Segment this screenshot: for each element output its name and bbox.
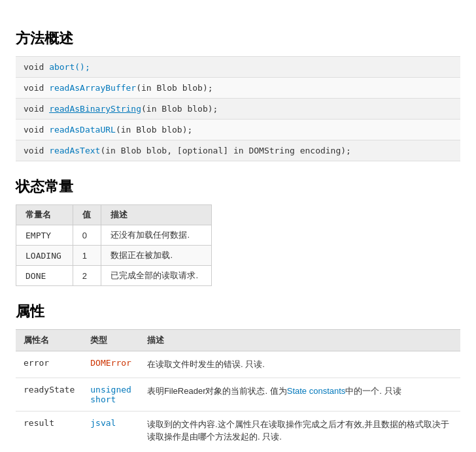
constant-desc-loading: 数据正在被加载. <box>101 246 212 266</box>
prop-type-readyState: unsignedshort <box>82 378 139 411</box>
constants-header-row: 常量名 值 描述 <box>16 205 212 225</box>
properties-title: 属性 <box>16 302 460 321</box>
method-void-1: void abort(); <box>16 57 460 78</box>
constants-col-name: 常量名 <box>16 205 73 225</box>
abort-link[interactable]: abort(); <box>49 62 90 72</box>
readAsText-link[interactable]: readAsText <box>49 146 100 155</box>
constant-name-empty: EMPTY <box>16 225 73 246</box>
prop-desc-error: 在读取文件时发生的错误. 只读. <box>139 351 460 378</box>
readAsBinaryString-link[interactable]: readAsBinaryString <box>49 104 141 114</box>
constant-desc-empty: 还没有加载任何数据. <box>101 225 212 246</box>
table-row: void readAsArrayBuffer(in Blob blob); <box>16 78 460 99</box>
props-header-row: 属性名 类型 描述 <box>16 330 460 351</box>
table-row: void abort(); <box>16 57 460 78</box>
prop-desc-result: 读取到的文件内容.这个属性只在读取操作完成之后才有效,并且数据的格式取决于读取操… <box>139 411 460 450</box>
table-row: error DOMError 在读取文件时发生的错误. 只读. <box>16 351 460 378</box>
method-void-3: void readAsBinaryString(in Blob blob); <box>16 99 460 120</box>
DOMError-link[interactable]: DOMError <box>90 358 131 368</box>
method-void-2: void readAsArrayBuffer(in Blob blob); <box>16 78 460 99</box>
constants-title: 状态常量 <box>16 177 460 197</box>
table-row: void readAsDataURL(in Blob blob); <box>16 120 460 140</box>
methods-title: 方法概述 <box>16 29 460 48</box>
method-void-5: void readAsText(in Blob blob, [optional]… <box>16 140 460 161</box>
prop-desc-readyState: 表明FileReader对象的当前状态. 值为State constants中的… <box>139 378 460 411</box>
constants-table: 常量名 值 描述 EMPTY 0 还没有加载任何数据. LOADING 1 数据… <box>16 204 212 286</box>
table-row: DONE 2 已完成全部的读取请求. <box>16 266 212 286</box>
readAsArrayBuffer-link[interactable]: readAsArrayBuffer <box>49 83 136 93</box>
constant-desc-done: 已完成全部的读取请求. <box>101 266 212 286</box>
constant-value-loading: 1 <box>73 246 101 266</box>
jsval-link[interactable]: jsval <box>90 418 116 428</box>
prop-type-error: DOMError <box>82 351 139 378</box>
table-row: result jsval 读取到的文件内容.这个属性只在读取操作完成之后才有效,… <box>16 411 460 450</box>
table-row: void readAsText(in Blob blob, [optional]… <box>16 140 460 161</box>
table-row: readyState unsignedshort 表明FileReader对象的… <box>16 378 460 411</box>
constants-col-value: 值 <box>73 205 101 225</box>
props-col-name: 属性名 <box>16 330 82 351</box>
table-row: void readAsBinaryString(in Blob blob); <box>16 99 460 120</box>
method-void-4: void readAsDataURL(in Blob blob); <box>16 120 460 140</box>
unsigned-short-link[interactable]: unsignedshort <box>90 385 131 404</box>
properties-table: 属性名 类型 描述 error DOMError 在读取文件时发生的错误. 只读… <box>16 329 460 450</box>
constant-value-done: 2 <box>73 266 101 286</box>
prop-name-readyState: readyState <box>16 378 82 411</box>
prop-type-result: jsval <box>82 411 139 450</box>
prop-name-error: error <box>16 351 82 378</box>
readAsDataURL-link[interactable]: readAsDataURL <box>49 125 116 135</box>
table-row: LOADING 1 数据正在被加载. <box>16 246 212 266</box>
props-col-desc: 描述 <box>139 330 460 351</box>
table-row: EMPTY 0 还没有加载任何数据. <box>16 225 212 246</box>
constants-col-desc: 描述 <box>101 205 212 225</box>
constant-name-done: DONE <box>16 266 73 286</box>
methods-table: void abort(); void readAsArrayBuffer(in … <box>16 56 460 161</box>
constant-name-loading: LOADING <box>16 246 73 266</box>
props-col-type: 类型 <box>82 330 139 351</box>
state-constants-link[interactable]: State constants <box>287 386 346 396</box>
constant-value-empty: 0 <box>73 225 101 246</box>
prop-name-result: result <box>16 411 82 450</box>
